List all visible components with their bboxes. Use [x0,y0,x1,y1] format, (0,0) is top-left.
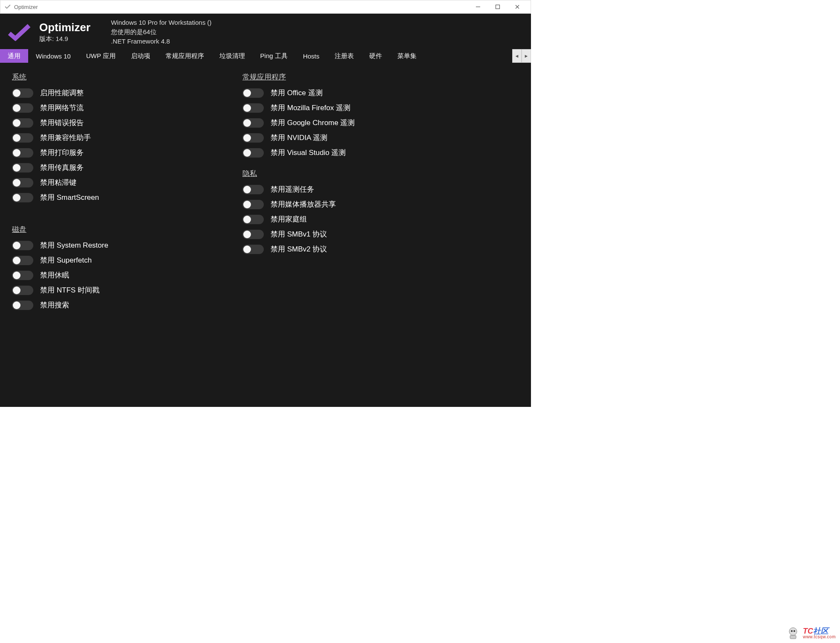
toggle-office-telemetry[interactable] [242,88,264,98]
toggle-row: 禁用错误报告 [12,118,217,128]
app-name: Optimizer [39,21,90,34]
tab-cleanup[interactable]: 垃圾清理 [212,49,253,63]
tab-uwp[interactable]: UWP 应用 [79,49,123,63]
toggle-label: 禁用 NTFS 时间戳 [40,285,99,295]
tab-windows10[interactable]: Windows 10 [28,49,79,63]
toggle-label: 禁用 SMBv1 协议 [271,229,327,239]
toggle-row: 禁用 NVIDIA 遥测 [242,133,519,143]
toggle-vs-telemetry[interactable] [242,148,264,158]
toggle-row: 禁用 Mozilla Firefox 遥测 [242,103,519,113]
toggle-row: 禁用家庭组 [242,214,519,224]
toggle-label: 禁用传真服务 [40,163,84,172]
toggle-label: 禁用遥测任务 [271,184,314,194]
tab-ping[interactable]: Ping 工具 [253,49,295,63]
toggle-row: 启用性能调整 [12,88,217,98]
app-version: 版本: 14.9 [39,35,90,43]
tab-registry[interactable]: 注册表 [327,49,362,63]
toggle-error-reporting[interactable] [12,118,33,128]
toggle-row: 禁用 Superfetch [12,255,217,265]
titlebar: Optimizer [0,0,531,14]
toggle-fax-service[interactable] [12,163,33,172]
toggle-media-player-sharing[interactable] [242,200,264,209]
toggle-label: 禁用休眠 [40,270,69,280]
toggle-row: 禁用打印服务 [12,148,217,158]
svg-rect-1 [496,5,500,9]
toggle-row: 禁用 NTFS 时间戳 [12,285,217,295]
toggle-row: 禁用传真服务 [12,163,217,172]
section-privacy-title: 隐私 [242,169,519,178]
toggle-smbv2[interactable] [242,245,264,254]
window-title: Optimizer [14,4,38,10]
toggle-row: 禁用 Office 遥测 [242,88,519,98]
tab-scroll-right[interactable]: ► [522,49,531,63]
tab-startup[interactable]: 启动项 [123,49,158,63]
header-info: Optimizer 版本: 14.9 [39,21,90,43]
tab-hosts[interactable]: Hosts [295,49,327,63]
toggle-row: 禁用 System Restore [12,240,217,250]
tab-common-apps[interactable]: 常规应用程序 [158,49,212,63]
section-apps-title: 常规应用程序 [242,72,519,82]
toggle-label: 启用性能调整 [40,88,84,98]
toggle-firefox-telemetry[interactable] [242,103,264,113]
toggle-search[interactable] [12,301,33,310]
toggle-nvidia-telemetry[interactable] [242,133,264,143]
toggle-telemetry-tasks[interactable] [242,185,264,194]
tab-menu[interactable]: 菜单集 [390,49,424,63]
toggle-label: 禁用 Office 遥测 [271,88,323,98]
header: Optimizer 版本: 14.9 Windows 10 Pro for Wo… [0,14,531,49]
toggle-label: 禁用 Mozilla Firefox 遥测 [271,103,350,113]
toggle-label: 禁用 Google Chrome 遥测 [271,118,355,128]
tab-bar: 通用 Windows 10 UWP 应用 启动项 常规应用程序 垃圾清理 Pin… [0,49,531,63]
toggle-homegroup[interactable] [242,215,264,224]
toggle-chrome-telemetry[interactable] [242,118,264,128]
toggle-performance[interactable] [12,88,33,98]
toggle-smartscreen[interactable] [12,193,33,202]
toggle-label: 禁用错误报告 [40,118,84,128]
tab-general[interactable]: 通用 [0,49,28,63]
toggle-system-restore[interactable] [12,241,33,250]
toggle-label: 禁用 SmartScreen [40,193,99,202]
toggle-row: 禁用 SMBv2 协议 [242,244,519,254]
framework: .NET Framework 4.8 [111,37,212,46]
toggle-label: 禁用 SMBv2 协议 [271,244,327,254]
os-name: Windows 10 Pro for Workstations () [111,18,212,27]
toggle-row: 禁用媒体播放器共享 [242,199,519,209]
toggle-compat-assistant[interactable] [12,133,33,143]
section-system-title: 系统 [12,72,217,82]
toggle-row: 禁用 SMBv1 协议 [242,229,519,239]
toggle-row: 禁用 Visual Studio 遥测 [242,148,519,158]
toggle-row: 禁用休眠 [12,270,217,280]
toggle-label: 禁用网络节流 [40,103,84,113]
minimize-button[interactable] [468,0,488,13]
toggle-label: 禁用 Visual Studio 遥测 [271,148,346,158]
toggle-label: 禁用 Superfetch [40,255,92,265]
os-arch: 您使用的是64位 [111,27,212,37]
toggle-label: 禁用粘滞键 [40,178,76,187]
section-disk-title: 磁盘 [12,225,217,234]
toggle-row: 禁用粘滞键 [12,178,217,187]
toggle-sticky-keys[interactable] [12,178,33,187]
toggle-row: 禁用搜索 [12,300,217,310]
toggle-ntfs-timestamp[interactable] [12,286,33,295]
column-left: 系统 启用性能调整 禁用网络节流 禁用错误报告 禁用兼容性助手 禁用打印服务 禁… [12,70,217,399]
toggle-smbv1[interactable] [242,230,264,239]
toggle-row: 禁用 SmartScreen [12,193,217,202]
toggle-label: 禁用媒体播放器共享 [271,199,336,209]
tab-hardware[interactable]: 硬件 [362,49,390,63]
toggle-label: 禁用打印服务 [40,148,84,158]
tab-scroll-left[interactable]: ◄ [512,49,522,63]
toggle-superfetch[interactable] [12,256,33,265]
toggle-network-throttle[interactable] [12,103,33,113]
toggle-row: 禁用遥测任务 [242,184,519,194]
toggle-hibernate[interactable] [12,271,33,280]
toggle-row: 禁用兼容性助手 [12,133,217,143]
toggle-row: 禁用 Google Chrome 遥测 [242,118,519,128]
app-window: Optimizer 版本: 14.9 Windows 10 Pro for Wo… [0,14,531,407]
toggle-print-service[interactable] [12,148,33,158]
column-right: 常规应用程序 禁用 Office 遥测 禁用 Mozilla Firefox 遥… [242,70,519,399]
close-button[interactable] [508,0,527,13]
content: 系统 启用性能调整 禁用网络节流 禁用错误报告 禁用兼容性助手 禁用打印服务 禁… [0,63,531,407]
system-info: Windows 10 Pro for Workstations () 您使用的是… [111,18,212,46]
toggle-label: 禁用家庭组 [271,214,307,224]
maximize-button[interactable] [488,0,508,13]
